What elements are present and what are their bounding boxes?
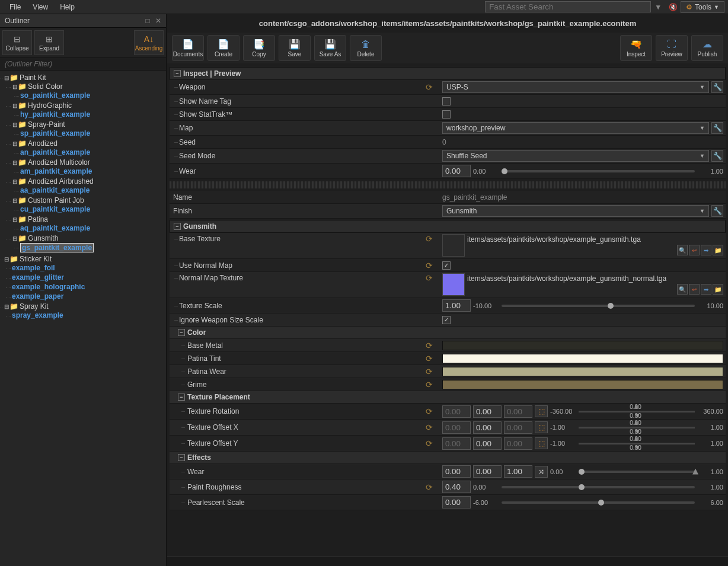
offset-y-slider[interactable]: 0.00▼ ▼ 0.00 — [579, 437, 695, 450]
map-dropdown[interactable]: workshop_preview▼ — [442, 122, 709, 134]
wear-input[interactable] — [442, 165, 471, 177]
copy-button[interactable]: 📑Copy — [243, 35, 275, 61]
magnify-icon[interactable]: 🔍 — [677, 284, 688, 295]
wrench-icon[interactable]: 🔧 — [711, 205, 723, 217]
wear2-input-1[interactable] — [442, 465, 471, 478]
chevron-down-icon[interactable]: ▼ — [654, 3, 662, 11]
offset-y-input-3[interactable] — [504, 437, 532, 450]
tree-folder[interactable]: Paint Kit — [20, 73, 46, 82]
show-nametag-checkbox[interactable] — [442, 97, 451, 105]
link-icon[interactable]: ⬚ — [535, 437, 548, 449]
tree-folder[interactable]: Spray Kit — [20, 302, 49, 311]
ascending-button[interactable]: A↓Ascending — [134, 30, 164, 55]
sound-mute-icon[interactable]: 🔇 — [666, 1, 679, 13]
texture-scale-slider[interactable] — [502, 305, 695, 307]
tree-item[interactable]: sp_paintkit_example — [20, 129, 90, 137]
refresh-icon[interactable]: ⟳ — [426, 380, 433, 389]
tree-toggle[interactable]: ⊟ — [12, 235, 18, 242]
show-stattrak-checkbox[interactable] — [442, 110, 451, 119]
wrench-icon[interactable]: 🔧 — [711, 150, 723, 162]
outliner-filter-input[interactable]: (Outliner Filter) — [0, 57, 166, 71]
tree-item[interactable]: aq_paintkit_example — [20, 224, 90, 232]
grime-color[interactable] — [442, 380, 723, 389]
revert-icon[interactable]: ↩ — [689, 245, 700, 255]
tree-folder[interactable]: Patina — [28, 215, 48, 223]
goto-icon[interactable]: ➡ — [701, 245, 711, 255]
wear2-slider[interactable] — [579, 471, 695, 473]
tree-toggle[interactable]: ⊟ — [12, 159, 18, 166]
refresh-icon[interactable]: ⟳ — [426, 354, 433, 363]
roughness-slider[interactable] — [502, 486, 695, 488]
tree-folder[interactable]: Anodized Airbrushed — [28, 177, 94, 186]
section-inspect-preview[interactable]: −Inspect | Preview — [170, 67, 726, 80]
texture-scale-input[interactable] — [442, 299, 471, 312]
tree-toggle[interactable]: ⊟ — [4, 256, 9, 263]
tree-item[interactable]: cu_paintkit_example — [20, 205, 90, 213]
wrench-icon[interactable]: 🔧 — [711, 81, 723, 93]
patina-wear-color[interactable] — [442, 367, 723, 376]
tree-item[interactable]: hy_paintkit_example — [20, 110, 90, 119]
delete-button[interactable]: 🗑Delete — [350, 35, 382, 61]
browse-icon[interactable]: 📁 — [713, 284, 723, 295]
browse-icon[interactable]: 📁 — [713, 245, 723, 255]
saveas-button[interactable]: 💾Save As — [314, 35, 346, 61]
tree-item[interactable]: gs_paintkit_example — [20, 243, 94, 252]
collapse-button[interactable]: ⊟Collapse — [2, 30, 32, 55]
tools-button[interactable]: ⚙ Tools ▼ — [681, 1, 724, 13]
tree-toggle[interactable]: ⊟ — [12, 121, 18, 128]
wear2-input-3[interactable] — [504, 465, 532, 478]
section-texture-placement[interactable]: −Texture Placement — [170, 391, 726, 404]
tree-folder[interactable]: Anodized — [28, 139, 58, 148]
tree-item[interactable]: example_glitter — [12, 273, 64, 282]
refresh-icon[interactable]: ⟳ — [426, 234, 433, 244]
tree-toggle[interactable]: ⊟ — [12, 103, 18, 109]
create-button[interactable]: 📄Create — [207, 35, 240, 61]
tree-item[interactable]: example_foil — [12, 264, 55, 272]
rotation-slider[interactable]: 0.00 ▼ ▼ 0.00 — [579, 405, 695, 418]
inspect-button[interactable]: 🔫Inspect — [620, 35, 652, 61]
tree-folder[interactable]: Sticker Kit — [20, 255, 52, 263]
preview-button[interactable]: ⛶Preview — [656, 35, 688, 61]
roughness-input[interactable] — [442, 481, 471, 493]
tree-item[interactable]: so_paintkit_example — [20, 91, 90, 100]
ignore-size-checkbox[interactable]: ✓ — [442, 316, 451, 324]
refresh-icon[interactable]: ⟳ — [426, 341, 433, 350]
offset-y-input-2[interactable] — [473, 437, 502, 450]
offset-x-input-1[interactable] — [442, 421, 471, 434]
tree-folder[interactable]: Solid Color — [28, 82, 63, 91]
refresh-icon[interactable]: ⟳ — [426, 482, 433, 492]
refresh-icon[interactable]: ⟳ — [426, 273, 433, 283]
tree-folder[interactable]: Custom Paint Job — [28, 196, 84, 204]
tree-toggle[interactable]: ⊟ — [12, 140, 18, 147]
dock-icon[interactable]: □ — [145, 17, 149, 25]
patina-tint-color[interactable] — [442, 354, 723, 363]
close-icon[interactable]: ✕ — [155, 17, 161, 25]
section-effects[interactable]: −Effects — [170, 452, 726, 464]
rotation-input-1[interactable] — [442, 405, 471, 418]
tree-item[interactable]: spray_example — [12, 311, 63, 319]
texture-preview[interactable] — [442, 273, 465, 296]
refresh-icon[interactable]: ⟳ — [426, 407, 433, 416]
tree-folder[interactable]: HydroGraphic — [28, 101, 72, 110]
use-normal-checkbox[interactable]: ✓ — [442, 261, 451, 270]
tree-toggle[interactable]: ⊟ — [12, 178, 18, 185]
shuffle-icon[interactable]: ⤭ — [535, 466, 548, 478]
publish-button[interactable]: ☁Publish — [691, 35, 723, 61]
revert-icon[interactable]: ↩ — [689, 284, 700, 295]
expand-button[interactable]: ⊞Expand — [34, 30, 64, 55]
save-button[interactable]: 💾Save — [279, 35, 311, 61]
documents-button[interactable]: 📄Documents — [172, 35, 204, 61]
refresh-icon[interactable]: ⟳ — [426, 82, 433, 92]
section-gunsmith[interactable]: −Gunsmith — [170, 220, 726, 233]
weapon-dropdown[interactable]: USP-S▼ — [442, 81, 709, 93]
tree-folder[interactable]: Gunsmith — [28, 234, 58, 242]
divider[interactable] — [170, 181, 726, 188]
refresh-icon[interactable]: ⟳ — [426, 439, 433, 448]
link-icon[interactable]: ⬚ — [535, 421, 548, 433]
refresh-icon[interactable]: ⟳ — [426, 261, 433, 270]
texture-preview[interactable] — [442, 234, 465, 257]
finish-dropdown[interactable]: Gunsmith▼ — [442, 205, 709, 217]
tree-folder[interactable]: Spray-Paint — [28, 120, 65, 129]
offset-x-slider[interactable]: 0.00▼ ▼ 0.00 — [579, 421, 695, 434]
tree-item[interactable]: am_paintkit_example — [20, 167, 92, 175]
